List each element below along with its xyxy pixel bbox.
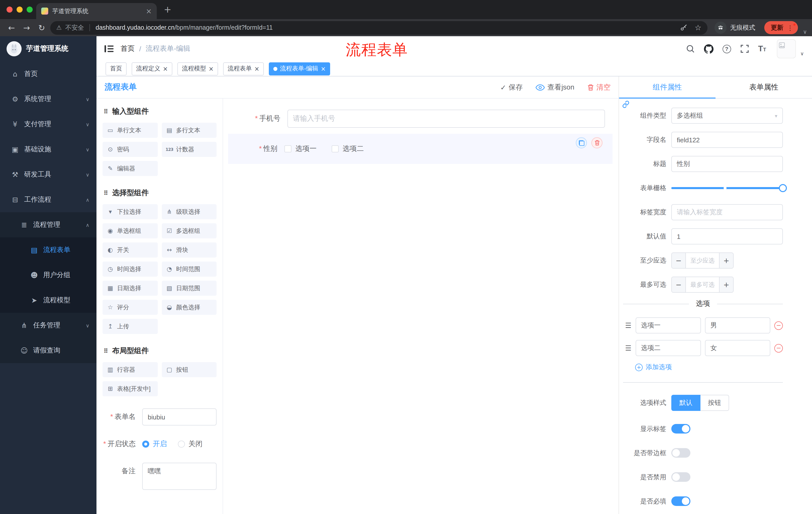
- component-type-select[interactable]: 多选框组 ▾: [671, 108, 783, 124]
- gender-option-1-checkbox[interactable]: 选项一: [284, 144, 317, 154]
- toggle-switch[interactable]: [671, 472, 690, 482]
- minimize-window-button[interactable]: [17, 6, 23, 12]
- app-logo[interactable]: 芋道管理系统: [0, 36, 96, 61]
- stepper-value[interactable]: 最多可选: [686, 277, 719, 292]
- style-button-button[interactable]: 按钮: [700, 395, 729, 411]
- copy-component-button[interactable]: [576, 137, 587, 148]
- font-size-icon[interactable]: TT: [758, 45, 766, 53]
- delete-component-button[interactable]: [591, 137, 603, 148]
- min-select-stepper[interactable]: − 至少应选 +: [671, 252, 734, 269]
- breadcrumb-home[interactable]: 首页: [121, 44, 135, 53]
- palette-component[interactable]: ✎ 编辑器: [103, 161, 157, 176]
- remove-option-icon[interactable]: −: [774, 344, 783, 352]
- avatar[interactable]: [777, 39, 796, 58]
- tab-component-props[interactable]: 组件属性: [619, 77, 716, 98]
- palette-component[interactable]: ▭ 单行文本: [103, 123, 157, 138]
- palette-component[interactable]: ▢ 按钮: [162, 362, 216, 377]
- palette-component[interactable]: ◉ 单选框组: [103, 223, 157, 238]
- status-on-radio[interactable]: 开启: [142, 439, 167, 449]
- sidebar-item-home[interactable]: ⌂ 首页: [0, 61, 96, 86]
- palette-component[interactable]: ◷ 时间选择: [103, 262, 157, 277]
- sidebar-item-devtools[interactable]: ⚒ 研发工具 ∨: [0, 162, 96, 187]
- form-grid-slider[interactable]: [671, 180, 783, 196]
- palette-component[interactable]: ▥ 行容器: [103, 362, 157, 377]
- selected-component-gender[interactable]: 性别 选项一 选项二: [228, 134, 612, 164]
- sidebar-item-system[interactable]: ⚙ 系统管理 ∨: [0, 86, 96, 112]
- chevron-down-icon[interactable]: ∨: [800, 51, 804, 58]
- reload-button[interactable]: ↻: [35, 21, 48, 34]
- drag-handle-icon[interactable]: ☰: [625, 344, 631, 352]
- view-json-button[interactable]: 查看json: [536, 83, 574, 92]
- decrease-button[interactable]: −: [672, 277, 686, 292]
- address-bar[interactable]: ⚠ 不安全 dashboard.yudao.iocoder.cn/bpm/man…: [50, 21, 707, 34]
- palette-component[interactable]: ↔ 滑块: [162, 242, 216, 258]
- fullscreen-icon[interactable]: [740, 44, 750, 54]
- new-tab-button[interactable]: +: [164, 5, 171, 14]
- sidebar-item-process-management[interactable]: ≣ 流程管理 ∧: [0, 212, 96, 237]
- sidebar-item-user-group[interactable]: ☻ 用户分组: [0, 263, 96, 288]
- sidebar-fold-icon[interactable]: [105, 45, 114, 53]
- password-key-icon[interactable]: [678, 23, 689, 33]
- toggle-switch[interactable]: [671, 448, 690, 458]
- max-select-stepper[interactable]: − 最多可选 +: [671, 277, 734, 293]
- status-off-radio[interactable]: 关闭: [178, 439, 203, 449]
- palette-component[interactable]: ☑ 多选框组: [162, 223, 216, 238]
- maximize-window-button[interactable]: [27, 6, 33, 12]
- palette-component[interactable]: ⋔ 级联选择: [162, 204, 216, 219]
- page-tab[interactable]: 首页 ×: [106, 62, 127, 75]
- form-name-input[interactable]: biubiu: [142, 408, 216, 426]
- palette-component[interactable]: ◐ 开关: [103, 242, 157, 258]
- sidebar-item-payment[interactable]: ¥ 支付管理 ∨: [0, 112, 96, 137]
- palette-component[interactable]: ☆ 评分: [103, 300, 157, 315]
- palette-component[interactable]: ▤ 多行文本: [162, 123, 216, 138]
- option-label-input[interactable]: 选项一: [635, 317, 701, 333]
- default-value-input[interactable]: 1: [671, 228, 783, 244]
- field-name-input[interactable]: field122: [671, 132, 783, 148]
- sidebar-item-process-model[interactable]: ➤ 流程模型: [0, 288, 96, 313]
- sidebar-item-process-form[interactable]: ▤ 流程表单: [0, 237, 96, 263]
- palette-component[interactable]: 123 计数器: [162, 142, 216, 157]
- palette-component[interactable]: ⊙ 密码: [103, 142, 157, 157]
- palette-component[interactable]: ◒ 颜色选择: [162, 300, 216, 315]
- page-tab[interactable]: 流程模型 ×: [177, 62, 218, 75]
- sidebar-item-infrastructure[interactable]: ▣ 基础设施 ∨: [0, 137, 96, 162]
- sidebar-item-workflow[interactable]: ⊟ 工作流程 ∧: [0, 187, 96, 212]
- tab-form-props[interactable]: 表单属性: [716, 77, 812, 98]
- palette-component[interactable]: ▾ 下拉选择: [103, 204, 157, 219]
- stepper-value[interactable]: 至少应选: [686, 253, 719, 268]
- option-value-input[interactable]: 女: [705, 340, 770, 356]
- bookmark-star-icon[interactable]: ☆: [695, 23, 701, 32]
- close-window-button[interactable]: [6, 6, 12, 12]
- close-tab-icon[interactable]: ×: [163, 65, 168, 72]
- github-icon[interactable]: [704, 44, 714, 54]
- slider-track[interactable]: [671, 187, 783, 189]
- page-tab[interactable]: 流程定义 ×: [132, 62, 172, 75]
- add-option-button[interactable]: + 添加选项: [635, 362, 783, 372]
- slider-handle[interactable]: [779, 184, 787, 192]
- browser-update-button[interactable]: 更新 ⋮: [764, 21, 798, 34]
- browser-menu-icon[interactable]: ⋮: [787, 24, 793, 31]
- sidebar-item-task-management[interactable]: ⋔ 任务管理 ∨: [0, 313, 96, 338]
- palette-component[interactable]: ◔ 时间范围: [162, 262, 216, 277]
- palette-component[interactable]: ↥ 上传: [103, 319, 157, 334]
- toggle-switch[interactable]: [671, 496, 690, 506]
- page-tab[interactable]: 流程表单 ×: [223, 62, 264, 75]
- remark-textarea[interactable]: 嘿嘿: [142, 463, 216, 490]
- increase-button[interactable]: +: [719, 253, 733, 268]
- close-tab-icon[interactable]: ×: [321, 65, 326, 72]
- toggle-switch[interactable]: [671, 424, 690, 434]
- drag-handle-icon[interactable]: ☰: [625, 321, 631, 329]
- back-button[interactable]: ←: [5, 21, 18, 34]
- option-value-input[interactable]: 男: [705, 317, 770, 333]
- help-icon[interactable]: ?: [723, 45, 731, 53]
- link-icon[interactable]: [622, 101, 630, 110]
- phone-input[interactable]: 请输入手机号: [287, 110, 605, 128]
- phone-field-row[interactable]: 手机号 请输入手机号: [228, 110, 612, 128]
- sidebar-item-leave-query[interactable]: ☺ 请假查询: [0, 338, 96, 363]
- style-default-button[interactable]: 默认: [671, 395, 700, 411]
- close-tab-icon[interactable]: ×: [146, 7, 152, 15]
- increase-button[interactable]: +: [719, 277, 733, 292]
- save-button[interactable]: ✓ 保存: [500, 83, 523, 92]
- palette-component[interactable]: ▧ 日期范围: [162, 281, 216, 296]
- forward-button[interactable]: →: [20, 21, 33, 34]
